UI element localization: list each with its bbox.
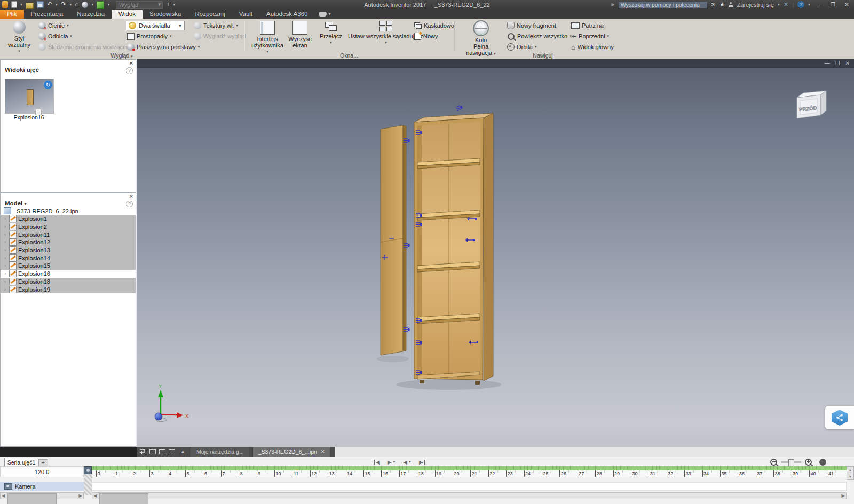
expander-icon[interactable]: ›: [3, 263, 7, 268]
tab-my-tools[interactable]: Moje narzędzia g...: [191, 447, 249, 457]
tile-vertical-icon[interactable]: [169, 449, 175, 454]
chevron-right-icon[interactable]: ▶: [612, 2, 615, 7]
exchange-apps-icon[interactable]: ✕: [784, 1, 788, 8]
close-icon[interactable]: ✕: [129, 194, 133, 199]
orbit-button[interactable]: Orbita ▾: [507, 43, 536, 51]
new-file-icon[interactable]: [11, 1, 17, 8]
scroll-right-icon[interactable]: ▶: [77, 493, 83, 498]
expander-icon[interactable]: ›: [3, 232, 7, 237]
expander-icon[interactable]: ›: [3, 239, 7, 245]
tree-item[interactable]: › Explosion12: [1, 238, 136, 246]
tree-item[interactable]: › Explosion18: [1, 278, 136, 286]
timeline-vertical-spinner[interactable]: ▲▼: [847, 466, 854, 480]
play-forward-button[interactable]: ▶▼: [388, 459, 396, 465]
group-label-okna[interactable]: Okna...: [244, 52, 454, 59]
zoom-slider-thumb[interactable]: [788, 459, 794, 466]
tab-rozpocznij[interactable]: Rozpocznij: [188, 10, 232, 19]
restore-button[interactable]: ❐: [828, 1, 838, 8]
chevron-down-icon[interactable]: ▾: [20, 2, 22, 7]
scroll-left-icon[interactable]: ◀: [92, 493, 98, 498]
help-search-input[interactable]: Wyszukaj w pomocy i polecenia: [619, 2, 707, 8]
pan-button[interactable]: Nowy fragment: [507, 21, 556, 30]
scrollbar-thumb[interactable]: [7, 493, 57, 504]
duration-value[interactable]: 120.0: [0, 466, 84, 477]
zoom-out-icon[interactable]: [770, 459, 777, 466]
tab-srodowiska[interactable]: Środowiska: [143, 10, 188, 19]
viewport-canvas[interactable]: PRZÓD Y X: [137, 68, 854, 447]
user-interface-button[interactable]: Interfejs użytkownika ▾: [251, 21, 284, 55]
expander-icon[interactable]: ›: [3, 247, 7, 253]
expander-icon[interactable]: ›: [3, 224, 7, 229]
doc-close-button[interactable]: ✕: [845, 59, 850, 68]
expander-icon[interactable]: ›: [3, 287, 7, 292]
tree-item[interactable]: › Explosion14: [1, 254, 136, 262]
tree-item[interactable]: › Explosion13: [1, 246, 136, 254]
door-model[interactable]: [381, 125, 406, 355]
favorites-star-icon[interactable]: ★: [719, 1, 725, 8]
camera-track-row[interactable]: Kamera: [0, 482, 84, 491]
chevron-down-icon[interactable]: ▾: [778, 2, 780, 7]
group-label-wyglad[interactable]: Wygląd ▾: [0, 52, 243, 59]
close-icon[interactable]: ✕: [129, 60, 133, 66]
tree-item[interactable]: › Explosion11: [1, 230, 136, 238]
lights-combo[interactable]: Dwa światła ▼: [126, 21, 185, 30]
scroll-right-icon[interactable]: ▶: [840, 493, 846, 498]
appearance-combo[interactable]: Wygląd ▾: [116, 1, 163, 9]
material-icon[interactable]: [97, 1, 104, 9]
navigation-wheel-button[interactable]: Koło Pełna nawigacja ▾: [460, 20, 502, 57]
scroll-left-icon[interactable]: ◀: [1, 493, 6, 498]
help-icon[interactable]: ?: [797, 1, 804, 8]
close-button[interactable]: ✕: [842, 1, 852, 8]
minimize-button[interactable]: —: [814, 1, 824, 8]
sign-in-button[interactable]: Zarejestruj się: [737, 2, 774, 8]
left-horizontal-scrollbar[interactable]: ◀ ▶: [0, 492, 84, 499]
doc-restore-button[interactable]: ❐: [835, 59, 840, 68]
new-window-button[interactable]: Nowy: [414, 32, 438, 41]
add-command-icon[interactable]: +: [166, 1, 170, 8]
doc-minimize-button[interactable]: —: [825, 59, 830, 68]
tab-prezentacja[interactable]: Prezentacja: [24, 10, 70, 19]
tree-root-node[interactable]: _S373-REG2D_6_22.ipn: [1, 207, 136, 215]
tile-windows-icon[interactable]: [149, 449, 156, 454]
tree-item[interactable]: › Explosion15: [1, 262, 136, 270]
zoom-all-button[interactable]: Powiększ wszystko ▾: [507, 32, 572, 41]
orthographic-button[interactable]: Prostopadły ▾: [127, 32, 172, 41]
tab-vault[interactable]: Vault: [232, 10, 259, 19]
ruler-horizontal-scrollbar[interactable]: ◀ ▶: [92, 492, 847, 499]
zoom-fit-button[interactable]: −: [819, 459, 826, 466]
toolbar-options-icon[interactable]: ▾: [173, 2, 175, 7]
tab-active-document[interactable]: _S373-REG2D_6_...ipn ✕: [252, 447, 330, 457]
look-at-button[interactable]: Patrz na: [571, 21, 604, 30]
add-storyboard-button[interactable]: +: [38, 459, 48, 467]
shadows-button[interactable]: Cienie ▾: [38, 21, 69, 30]
cascade-windows-icon[interactable]: [140, 449, 146, 454]
previous-view-button[interactable]: ⇤ Poprzedni ▾: [571, 32, 609, 41]
a360-cloud-icon[interactable]: [319, 12, 327, 17]
save-icon[interactable]: [37, 1, 44, 8]
camera-track-lane[interactable]: [92, 482, 847, 491]
timeline-ruler-numbers[interactable]: 0123456789101112131415161718192021222324…: [92, 470, 847, 477]
help-icon[interactable]: ?: [126, 67, 133, 74]
switch-window-button[interactable]: Przełącz ▾: [318, 21, 344, 46]
zoom-slider[interactable]: [781, 461, 801, 463]
play-backward-button[interactable]: ◀▼: [403, 459, 412, 465]
tab-widok[interactable]: Widok: [112, 10, 143, 19]
expander-icon[interactable]: ›: [3, 271, 7, 276]
open-file-icon[interactable]: [26, 3, 34, 9]
chevron-down-icon[interactable]: ▾: [328, 12, 330, 17]
tab-narzedzia[interactable]: Narzędzia: [70, 10, 112, 19]
textures-button[interactable]: Tekstury wł. ▾: [194, 21, 238, 30]
send-feedback-icon[interactable]: ✈: [709, 1, 717, 9]
chevron-down-icon[interactable]: ▾: [69, 2, 72, 7]
chevron-down-icon[interactable]: ▾: [56, 2, 58, 7]
reflections-button[interactable]: Odbicia ▾: [38, 32, 72, 41]
cabinet-model[interactable]: [414, 113, 493, 385]
timeline-ruler-band[interactable]: [92, 466, 847, 470]
inventor-logo-icon[interactable]: [2, 1, 8, 8]
redo-icon[interactable]: ↷: [61, 1, 66, 8]
expand-up-icon[interactable]: ▲: [180, 449, 185, 454]
home-view-button[interactable]: ⌂ Widok główny: [571, 43, 614, 51]
go-to-end-button[interactable]: ▶: [419, 459, 425, 465]
expander-icon[interactable]: ›: [3, 279, 7, 284]
tree-item[interactable]: › Explosion19: [1, 285, 136, 293]
